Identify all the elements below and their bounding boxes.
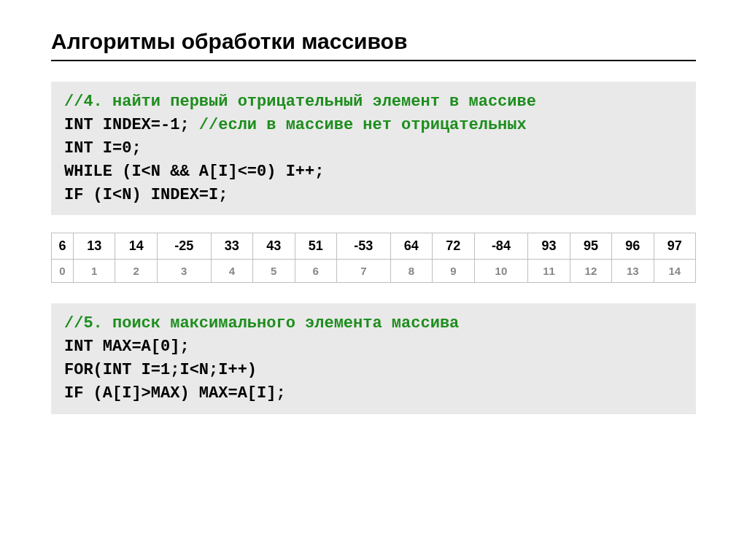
- code-line: INT INDEX=-1;: [64, 116, 199, 134]
- array-index-row: 0 1 2 3 4 5 6 7 8 9 10 11 12 13 14: [52, 260, 696, 283]
- array-index-cell: 13: [612, 260, 654, 283]
- code-line: FOR(INT I=1;I<N;I++): [64, 361, 257, 379]
- array-value-cell: 97: [654, 233, 695, 260]
- array-value-cell: -84: [474, 233, 528, 260]
- code-block-1: //4. найти первый отрицательный элемент …: [51, 82, 696, 215]
- array-index-cell: 0: [52, 260, 74, 283]
- array-value-cell: 64: [390, 233, 432, 260]
- code-block-2: //5. поиск максимального элемента массив…: [51, 303, 696, 414]
- array-value-cell: 93: [528, 233, 570, 260]
- code-line: INT I=0;: [64, 139, 142, 158]
- array-index-cell: 3: [157, 260, 211, 283]
- array-value-cell: 96: [612, 233, 654, 260]
- code-line: INT MAX=A[0];: [64, 338, 190, 356]
- array-index-cell: 4: [211, 260, 252, 283]
- array-index-cell: 11: [528, 260, 570, 283]
- code-line: IF (I<N) INDEX=I;: [64, 186, 228, 204]
- code-line: WHILE (I<N && A[I]<=0) I++;: [64, 163, 324, 181]
- code-comment: //4. найти первый отрицательный элемент …: [64, 93, 536, 111]
- array-value-cell: 33: [211, 233, 252, 260]
- code-line: IF (A[I]>MAX) MAX=A[I];: [64, 384, 286, 402]
- array-value-cell: 51: [295, 233, 336, 260]
- array-value-cell: 6: [52, 233, 74, 260]
- array-value-cell: 13: [74, 233, 115, 260]
- array-index-cell: 10: [474, 260, 528, 283]
- array-index-cell: 8: [390, 260, 432, 283]
- array-index-cell: 9: [433, 260, 474, 283]
- array-index-cell: 12: [570, 260, 611, 283]
- array-index-cell: 7: [336, 260, 390, 283]
- array-value-cell: 43: [253, 233, 295, 260]
- array-index-cell: 6: [295, 260, 336, 283]
- array-table: 6 13 14 -25 33 43 51 -53 64 72 -84 93 95…: [51, 233, 696, 283]
- array-value-cell: 72: [433, 233, 474, 260]
- array-index-cell: 1: [74, 260, 115, 283]
- array-value-cell: 14: [115, 233, 157, 260]
- array-index-cell: 2: [115, 260, 157, 283]
- title-divider: [51, 60, 696, 61]
- array-value-cell: -25: [157, 233, 211, 260]
- array-index-cell: 5: [253, 260, 295, 283]
- code-comment: //5. поиск максимального элемента массив…: [64, 314, 459, 332]
- array-value-cell: 95: [570, 233, 611, 260]
- array-index-cell: 14: [654, 260, 695, 283]
- code-comment: //если в массиве нет отрицательных: [199, 116, 527, 134]
- array-value-cell: -53: [336, 233, 390, 260]
- array-values-row: 6 13 14 -25 33 43 51 -53 64 72 -84 93 95…: [52, 233, 696, 260]
- page-title: Алгоритмы обработки массивов: [51, 29, 696, 54]
